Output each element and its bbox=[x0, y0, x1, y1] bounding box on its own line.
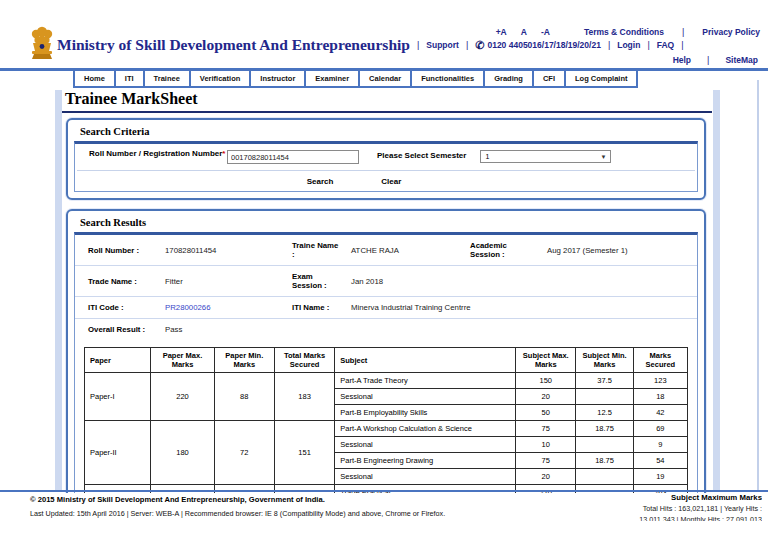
nav-tab-functionalities[interactable]: Functionalities bbox=[410, 71, 485, 88]
marks-cell: Paper-II bbox=[85, 421, 151, 485]
search-criteria-heading: Search Criteria bbox=[74, 125, 698, 141]
marks-cell: 50 bbox=[516, 405, 576, 421]
detail-row: Trade Name :FitterExam Session :Jan 2018 bbox=[75, 266, 697, 297]
detail-value: 170828011454 bbox=[159, 235, 279, 266]
marks-table-head: PaperPaper Max. MarksPaper Min. MarksTot… bbox=[85, 348, 688, 373]
sitemap-link[interactable]: SiteMap bbox=[725, 55, 758, 65]
marks-cell: 18 bbox=[633, 389, 687, 405]
marks-cell bbox=[576, 437, 633, 453]
nav-tab-home[interactable]: Home bbox=[73, 71, 116, 88]
marks-cell: 150 bbox=[516, 373, 576, 389]
nav-tab-examiner[interactable]: Examiner bbox=[304, 71, 360, 88]
search-button[interactable]: Search bbox=[307, 177, 334, 186]
separator: | bbox=[608, 40, 610, 50]
marks-row: Paper-I22088183Part-A Trade Theory15037.… bbox=[85, 373, 688, 389]
marks-header-row: PaperPaper Max. MarksPaper Min. MarksTot… bbox=[85, 348, 688, 373]
marks-cell: 20 bbox=[516, 469, 576, 485]
marks-cell: Sessional bbox=[335, 389, 516, 405]
right-page-border bbox=[713, 90, 720, 490]
semester-select[interactable]: 1 ▼ bbox=[480, 150, 611, 163]
divider bbox=[77, 170, 695, 171]
font-normal-button[interactable]: A bbox=[521, 27, 527, 37]
marks-header-cell: Subject Max. Marks bbox=[516, 348, 576, 373]
ministry-title: Ministry of Skill Development And Entrep… bbox=[57, 36, 410, 54]
results-details-body: Roll Number :170828011454Traine Name :AT… bbox=[75, 235, 697, 340]
roll-number-input[interactable] bbox=[227, 150, 359, 164]
marks-cell: Sessional bbox=[335, 469, 516, 485]
marks-cell: 19 bbox=[633, 469, 687, 485]
detail-value: ATCHE RAJA bbox=[345, 235, 457, 266]
separator: | bbox=[681, 40, 683, 50]
nav-tabs: HomeITITraineeVerificationInstructorExam… bbox=[73, 71, 768, 88]
chevron-down-icon: ▼ bbox=[600, 154, 606, 160]
phone-icon: ✆ bbox=[475, 39, 484, 52]
required-asterisk: * bbox=[222, 149, 225, 158]
detail-label: ITI Name : bbox=[279, 297, 345, 319]
nav-tab-cfi[interactable]: CFI bbox=[532, 71, 566, 88]
nav-tab-calendar[interactable]: Calendar bbox=[358, 71, 412, 88]
privacy-link[interactable]: Privacy Policy bbox=[702, 27, 760, 37]
detail-label: Overall Result : bbox=[75, 319, 159, 341]
marks-cell: 151 bbox=[274, 421, 334, 485]
marks-header-cell: Marks Secured bbox=[633, 348, 687, 373]
detail-label: Trade Name : bbox=[75, 266, 159, 297]
marks-header-cell: Subject Min. Marks bbox=[576, 348, 633, 373]
left-page-border bbox=[55, 90, 62, 490]
clear-button[interactable]: Clear bbox=[381, 177, 401, 186]
search-criteria-box: Search Criteria Roll Number / Registrati… bbox=[66, 118, 706, 200]
marks-cell: 220 bbox=[151, 373, 214, 421]
nav-tab-verification[interactable]: Verification bbox=[189, 71, 251, 88]
page-title: Trainee MarkSheet bbox=[62, 88, 712, 111]
nav-tab-trainee[interactable]: Trainee bbox=[143, 71, 191, 88]
support-link[interactable]: Support bbox=[426, 40, 459, 50]
login-link[interactable]: Login bbox=[617, 40, 640, 50]
marks-cell: 69 bbox=[633, 421, 687, 437]
marks-cell: 88 bbox=[214, 373, 274, 421]
detail-row: Roll Number :170828011454Traine Name :AT… bbox=[75, 235, 697, 266]
marks-cell: 75 bbox=[516, 453, 576, 469]
marks-cell bbox=[576, 469, 633, 485]
semester-selected-value: 1 bbox=[485, 153, 489, 160]
marks-cell: 72 bbox=[214, 421, 274, 485]
marks-cell: 10 bbox=[516, 437, 576, 453]
terms-link[interactable]: Terms & Conditions bbox=[584, 27, 664, 37]
marks-header-cell: Total Marks Secured bbox=[274, 348, 334, 373]
faq-link[interactable]: FAQ bbox=[657, 40, 674, 50]
detail-label: ITI Code : bbox=[75, 297, 159, 319]
last-updated-text: Last Updated: 15th April 2016 | Server: … bbox=[30, 509, 445, 518]
font-increase-button[interactable]: +A bbox=[496, 27, 507, 37]
phone-number: ✆ 0120 4405016/17/18/19/20/21 bbox=[475, 39, 601, 52]
main-nav: HomeITITraineeVerificationInstructorExam… bbox=[0, 68, 768, 90]
separator: | bbox=[647, 40, 649, 50]
national-emblem-logo bbox=[28, 24, 56, 64]
roll-number-label: Roll Number / Registration Number* bbox=[89, 149, 227, 159]
marks-cell: Part-A Trade Theory bbox=[335, 373, 516, 389]
nav-tab-grading[interactable]: Grading bbox=[483, 71, 534, 88]
copyright-text: © 2015 Ministry of Skill Development And… bbox=[30, 495, 445, 504]
results-details-table: Roll Number :170828011454Traine Name :AT… bbox=[75, 235, 697, 340]
help-link[interactable]: Help bbox=[673, 55, 691, 65]
search-criteria-panel: Roll Number / Registration Number* Pleas… bbox=[74, 141, 698, 192]
page-right-edge bbox=[757, 80, 759, 490]
search-results-heading: Search Results bbox=[74, 216, 698, 232]
marks-cell: 20 bbox=[516, 389, 576, 405]
site-footer: © 2015 Ministry of Skill Development And… bbox=[0, 493, 768, 543]
marks-cell: 183 bbox=[274, 373, 334, 421]
marks-cell: 18.75 bbox=[576, 421, 633, 437]
site-header: Ministry of Skill Development And Entrep… bbox=[0, 0, 768, 68]
marks-cell: 75 bbox=[516, 421, 576, 437]
marks-cell: Part-B Engineering Drawing bbox=[335, 453, 516, 469]
marks-cell: 42 bbox=[633, 405, 687, 421]
nav-tab-instructor[interactable]: Instructor bbox=[249, 71, 306, 88]
nav-tab-log-complaint[interactable]: Log Complaint bbox=[564, 71, 639, 88]
marks-row: Paper-II18072151Part-A Workshop Calculat… bbox=[85, 421, 688, 437]
font-decrease-button[interactable]: -A bbox=[541, 27, 550, 37]
separator: | bbox=[417, 40, 419, 50]
iti-code-link[interactable]: PR28000266 bbox=[159, 297, 279, 319]
detail-label: Roll Number : bbox=[75, 235, 159, 266]
separator: | bbox=[707, 55, 709, 65]
detail-label: Exam Session : bbox=[279, 266, 345, 297]
detail-value: Minerva Industrial Training Centrre bbox=[345, 297, 697, 319]
detail-row: ITI Code :PR28000266ITI Name :Minerva In… bbox=[75, 297, 697, 319]
nav-tab-iti[interactable]: ITI bbox=[114, 71, 145, 88]
